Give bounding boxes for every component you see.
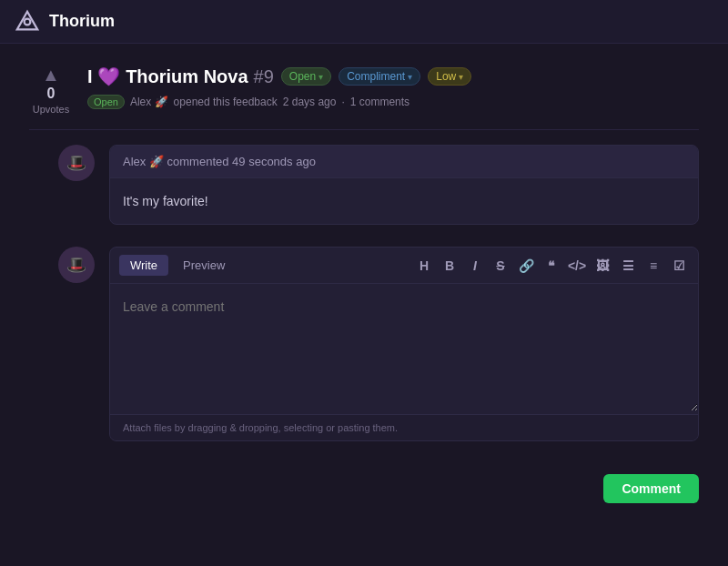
type-badge[interactable]: Compliment ▾: [339, 67, 420, 86]
svg-marker-0: [17, 11, 37, 29]
editor-avatar-emoji: 🎩: [66, 255, 86, 275]
status-badge-chevron: ▾: [318, 72, 323, 82]
toolbar-task-btn[interactable]: ☑: [669, 256, 689, 276]
toolbar-heading-btn[interactable]: H: [414, 256, 434, 276]
editor-comment: 🎩 Write Preview H B I S 🔗 ❝ </> 🖼: [58, 247, 699, 441]
avatar-emoji: 🎩: [66, 153, 86, 173]
issue-number: #9: [254, 66, 274, 87]
editor-toolbar: H B I S 🔗 ❝ </> 🖼 ☰ ≡ ☑: [414, 256, 689, 276]
comment-box: Alex 🚀 commented 49 seconds ago It's my …: [109, 145, 699, 225]
app-header: Thorium: [0, 0, 728, 44]
main-content: ▲ 0 Upvotes I 💜 Thorium Nova #9 Open ▾ C…: [0, 44, 728, 525]
issue-header: ▲ 0 Upvotes I 💜 Thorium Nova #9 Open ▾ C…: [29, 66, 699, 115]
comment-action: commented: [167, 155, 233, 168]
status-badge[interactable]: Open ▾: [281, 67, 331, 86]
logo-container: Thorium: [15, 9, 115, 35]
toolbar-code-btn[interactable]: </>: [567, 256, 587, 276]
status-badge-label: Open: [289, 70, 316, 83]
meta-dot: ·: [341, 96, 344, 108]
upvote-label: Upvotes: [33, 104, 69, 115]
upvote-count: 0: [47, 86, 56, 102]
editor-avatar: 🎩: [58, 247, 95, 283]
toolbar-ul-btn[interactable]: ☰: [618, 256, 638, 276]
issue-title-section: I 💜 Thorium Nova #9 Open ▾ Compliment ▾ …: [87, 66, 699, 109]
issue-title-text: Thorium Nova: [126, 66, 248, 87]
issue-meta: Open Alex 🚀 opened this feedback 2 days …: [87, 95, 699, 109]
editor-box: Write Preview H B I S 🔗 ❝ </> 🖼 ☰ ≡: [109, 247, 699, 441]
thorium-logo-icon: [15, 9, 40, 35]
commenter-avatar: 🎩: [58, 145, 95, 181]
issue-title: I 💜 Thorium Nova #9: [87, 66, 274, 87]
comment-actions: Comment: [58, 474, 699, 503]
issue-title-row: I 💜 Thorium Nova #9 Open ▾ Compliment ▾ …: [87, 66, 699, 87]
comment-item: 🎩 Alex 🚀 commented 49 seconds ago It's m…: [58, 145, 699, 225]
comments-section: 🎩 Alex 🚀 commented 49 seconds ago It's m…: [29, 145, 699, 503]
meta-author: Alex 🚀: [130, 96, 168, 108]
preview-tab[interactable]: Preview: [172, 255, 236, 276]
toolbar-bold-btn[interactable]: B: [440, 256, 460, 276]
editor-footer: Attach files by dragging & dropping, sel…: [110, 414, 698, 440]
meta-action: opened this feedback: [174, 96, 278, 108]
toolbar-italic-btn[interactable]: I: [465, 256, 485, 276]
editor-tabs: Write Preview H B I S 🔗 ❝ </> 🖼 ☰ ≡: [110, 248, 698, 284]
type-badge-chevron: ▾: [408, 72, 412, 82]
comment-author: Alex 🚀: [123, 155, 164, 168]
type-badge-label: Compliment: [347, 70, 405, 83]
write-tab[interactable]: Write: [119, 255, 168, 276]
section-divider: [29, 129, 699, 130]
toolbar-ol-btn[interactable]: ≡: [643, 256, 663, 276]
priority-badge-label: Low: [436, 70, 456, 83]
comment-header: Alex 🚀 commented 49 seconds ago: [110, 146, 698, 178]
meta-status-badge: Open: [87, 95, 125, 109]
comment-body: It's my favorite!: [110, 178, 698, 224]
submit-comment-button[interactable]: Comment: [603, 474, 699, 503]
upvote-section: ▲ 0 Upvotes: [29, 66, 73, 115]
svg-point-1: [25, 18, 31, 25]
toolbar-image-btn[interactable]: 🖼: [592, 256, 612, 276]
issue-title-emoji: I 💜: [87, 66, 120, 87]
toolbar-quote-btn[interactable]: ❝: [541, 256, 561, 276]
toolbar-link-btn[interactable]: 🔗: [516, 256, 536, 276]
priority-badge-chevron: ▾: [459, 72, 463, 82]
meta-comments: 1 comments: [350, 96, 410, 108]
meta-time: 2 days ago: [283, 96, 337, 108]
app-title: Thorium: [49, 12, 115, 31]
comment-textarea[interactable]: [110, 284, 698, 411]
upvote-arrow-icon[interactable]: ▲: [42, 66, 60, 84]
priority-badge[interactable]: Low ▾: [428, 67, 471, 86]
comment-time: 49 seconds ago: [232, 155, 316, 168]
toolbar-strikethrough-btn[interactable]: S: [490, 256, 511, 276]
